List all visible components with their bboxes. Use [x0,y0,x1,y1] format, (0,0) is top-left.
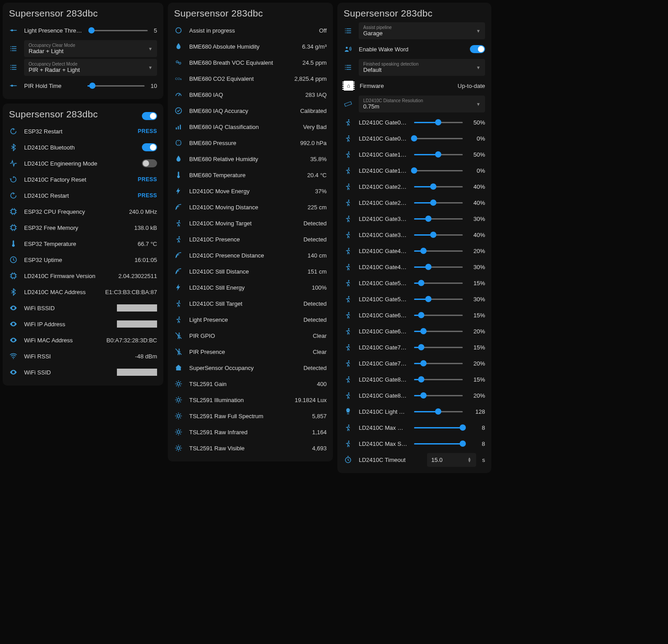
gate-slider[interactable] [414,379,463,380]
row-label: BME680 Temperature [189,172,301,179]
row-value: Off [319,27,327,34]
ruler-icon [344,100,353,108]
light-threshold-slider[interactable] [89,30,147,31]
value: 16:01:05 [134,257,157,263]
gate-slider[interactable] [414,250,463,252]
row-label: LD2410C Bluetooth [24,144,136,151]
gate-slider[interactable] [414,234,463,236]
list-item: LD2410C Gate2 Still Thres... 40% [344,195,485,211]
slider-value: 50% [469,119,485,126]
gate-slider[interactable] [414,202,463,204]
motion-icon [344,391,353,400]
toggle[interactable] [142,143,157,151]
gate-slider[interactable] [414,138,463,139]
drop-icon [174,154,183,163]
row-label: ESP32 Restart [24,128,132,135]
list-item: BME680 Absolute Humidity 6.34 g/m³ [174,38,327,54]
stepper-icon[interactable]: ▲▼ [468,457,472,462]
row-label: BME680 IAQ [189,91,299,98]
row-label: LD2410C Gate4 Move Thr... [359,248,408,254]
press-button[interactable]: PRESS [138,176,157,183]
finished-select[interactable]: Finished speaking detection Default ▼ [359,59,485,76]
chip-icon [9,271,18,280]
gate-slider[interactable] [414,283,463,284]
pir-hold-slider[interactable] [87,85,145,87]
pipeline-select[interactable]: Assist pipeline Garage ▼ [359,22,485,39]
row-label: TSL2591 Gain [189,381,311,387]
list-item: LD2410C Gate4 Move Thr... 20% [344,243,485,259]
detect-mode-select[interactable]: Occupancy Detect Mode PIR + Radar + Ligh… [24,59,157,76]
motion-icon [344,214,353,223]
gate-slider[interactable] [414,347,463,348]
list-item: LD2410C Move Energy 37% [174,183,327,199]
slider-value: 15% [469,376,485,383]
bulb-icon [344,407,353,416]
motion-icon [344,278,353,287]
gate-slider[interactable] [414,331,463,332]
gate-slider[interactable] [414,122,463,123]
list-item: BME680 CO2 Equivalent 2,825.4 ppm [174,71,327,87]
row-label: LD2410C Still Target [189,300,297,307]
gate-slider[interactable] [414,186,463,187]
slider-value: 30% [469,216,485,222]
eye-icon [9,368,18,377]
distres-select[interactable]: LD2410C Distance Resolution 0.75m ▼ [359,96,485,112]
gate-slider[interactable] [414,266,463,268]
list-item: LD2410C Gate1 Move Thr... 50% [344,146,485,162]
list-item: LD2410C Gate5 Move Thr... 15% [344,275,485,291]
value: 138.0 kB [134,224,157,231]
clear-mode-select[interactable]: Occupancy Clear Mode Radar + Light ▼ [24,40,157,57]
gate-slider[interactable] [414,315,463,316]
press-button[interactable]: PRESS [138,128,157,134]
row-label: ESP32 Free Memory [24,224,128,231]
gate-slider[interactable] [414,218,463,220]
eye-icon [9,303,18,312]
list-item: LD2410C Gate4 Still Thres... 30% [344,259,485,275]
row-value: 2,825.4 ppm [295,75,327,82]
motion-icon [344,166,353,175]
row-value: Detected [303,300,327,307]
factory-icon [9,175,18,184]
pressure-icon [174,138,183,147]
motion-icon [174,235,183,244]
wake-word-toggle[interactable] [470,45,485,53]
list-icon [9,63,18,72]
row-label: TSL2591 Raw Full Spectrum [189,413,306,420]
row-label: ESP32 Uptime [24,257,128,263]
row-label: BME680 CO2 Equivalent [189,75,288,82]
list-item: LD2410C Gate0 Move Thr... 50% [344,114,485,130]
row-label: LD2410C Gate0 Still Thres... [359,135,408,142]
gauge-icon [174,90,183,99]
gate-slider[interactable] [414,299,463,300]
chevron-down-icon: ▼ [148,65,153,70]
gate-slider[interactable] [414,170,463,171]
chip-icon [9,207,18,216]
list-item: TSL2591 Gain 400 [174,376,327,392]
list-item: LD2410C Engineering Mode [9,155,157,171]
list-item: ESP32 Restart PRESS [9,123,157,139]
gate-slider[interactable] [414,443,463,445]
toggle[interactable] [142,159,157,167]
gate-slider[interactable] [414,154,463,155]
motion-icon [344,311,353,320]
gate-slider[interactable] [414,411,463,412]
card-toggle[interactable] [142,112,157,120]
gate-slider[interactable] [414,363,463,364]
bt-icon [9,143,18,152]
card-title: Supersensor 283dbc [9,109,98,120]
list-item: WiFi MAC Address B0:A7:32:28:3D:BC [9,332,157,348]
motion-icon [344,439,353,448]
row-value: 992.0 hPa [300,140,327,146]
timeout-input[interactable]: 15.0 ▲▼ [427,453,476,467]
motion-icon [344,118,353,127]
gate-slider[interactable] [414,427,463,428]
list-item: PIR GPIO Clear [174,328,327,344]
slider-value: 0% [469,167,485,174]
press-button[interactable]: PRESS [138,192,157,199]
row-label: TSL2591 Raw Visible [189,445,306,452]
gate-slider[interactable] [414,395,463,396]
row-label: LD2410C Move Energy [189,188,309,195]
list-item: BME680 IAQ 283 IAQ [174,87,327,103]
row-label: LD2410C Engineering Mode [24,160,136,167]
row-label: ESP32 CPU Frequency [24,208,123,215]
